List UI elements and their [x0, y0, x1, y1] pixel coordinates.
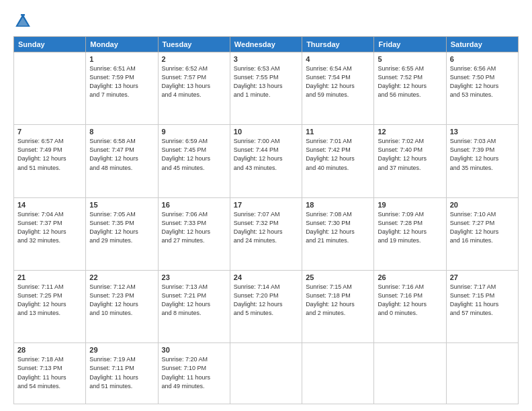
calendar-cell: 11Sunrise: 7:01 AMSunset: 7:42 PMDayligh… — [302, 125, 374, 197]
day-info: Sunrise: 7:13 AMSunset: 7:21 PMDaylight:… — [162, 283, 226, 318]
calendar-week-2: 7Sunrise: 6:57 AMSunset: 7:49 PMDaylight… — [14, 125, 519, 197]
day-number: 26 — [378, 273, 442, 281]
day-info: Sunrise: 6:55 AMSunset: 7:52 PMDaylight:… — [378, 64, 442, 99]
day-number: 27 — [450, 273, 515, 281]
day-info: Sunrise: 7:00 AMSunset: 7:44 PMDaylight:… — [234, 137, 298, 172]
calendar-cell: 20Sunrise: 7:10 AMSunset: 7:27 PMDayligh… — [446, 197, 518, 270]
day-number: 28 — [17, 346, 82, 354]
day-info: Sunrise: 6:53 AMSunset: 7:55 PMDaylight:… — [234, 64, 298, 99]
calendar-week-3: 14Sunrise: 7:04 AMSunset: 7:37 PMDayligh… — [14, 197, 519, 270]
day-info: Sunrise: 7:08 AMSunset: 7:30 PMDaylight:… — [306, 210, 370, 245]
calendar-cell: 21Sunrise: 7:11 AMSunset: 7:25 PMDayligh… — [14, 271, 86, 343]
calendar-cell: 1Sunrise: 6:51 AMSunset: 7:59 PMDaylight… — [86, 52, 158, 125]
header — [13, 12, 519, 31]
calendar-cell — [374, 343, 446, 404]
day-number: 20 — [450, 201, 515, 209]
day-header-wednesday: Wednesday — [230, 37, 302, 52]
day-number: 29 — [89, 346, 154, 354]
day-number: 30 — [162, 346, 226, 354]
svg-rect-2 — [21, 14, 25, 15]
calendar-cell: 16Sunrise: 7:06 AMSunset: 7:33 PMDayligh… — [158, 197, 230, 270]
day-number: 18 — [306, 201, 370, 209]
calendar-cell: 10Sunrise: 7:00 AMSunset: 7:44 PMDayligh… — [230, 125, 302, 197]
day-number: 12 — [378, 128, 442, 136]
day-number: 23 — [162, 273, 226, 281]
calendar-cell: 26Sunrise: 7:16 AMSunset: 7:16 PMDayligh… — [374, 271, 446, 343]
calendar-cell: 27Sunrise: 7:17 AMSunset: 7:15 PMDayligh… — [446, 271, 518, 343]
day-info: Sunrise: 7:11 AMSunset: 7:25 PMDaylight:… — [17, 283, 82, 318]
day-info: Sunrise: 7:07 AMSunset: 7:32 PMDaylight:… — [234, 210, 298, 245]
day-header-sunday: Sunday — [14, 37, 86, 52]
day-info: Sunrise: 7:01 AMSunset: 7:42 PMDaylight:… — [306, 137, 370, 172]
day-info: Sunrise: 7:18 AMSunset: 7:13 PMDaylight:… — [17, 355, 82, 390]
calendar-cell: 6Sunrise: 6:56 AMSunset: 7:50 PMDaylight… — [446, 52, 518, 125]
day-header-friday: Friday — [374, 37, 446, 52]
day-number: 1 — [89, 55, 154, 63]
day-number: 9 — [162, 128, 226, 136]
calendar-cell: 3Sunrise: 6:53 AMSunset: 7:55 PMDaylight… — [230, 52, 302, 125]
day-number: 8 — [89, 128, 154, 136]
day-info: Sunrise: 6:56 AMSunset: 7:50 PMDaylight:… — [450, 64, 515, 99]
day-number: 6 — [450, 55, 515, 63]
calendar-cell: 13Sunrise: 7:03 AMSunset: 7:39 PMDayligh… — [446, 125, 518, 197]
logo — [13, 12, 35, 31]
day-number: 25 — [306, 273, 370, 281]
calendar-cell: 24Sunrise: 7:14 AMSunset: 7:20 PMDayligh… — [230, 271, 302, 343]
day-number: 19 — [378, 201, 442, 209]
day-info: Sunrise: 7:19 AMSunset: 7:11 PMDaylight:… — [89, 355, 154, 390]
calendar-header-row: SundayMondayTuesdayWednesdayThursdayFrid… — [14, 37, 519, 52]
day-number: 5 — [378, 55, 442, 63]
day-number: 3 — [234, 55, 298, 63]
day-header-saturday: Saturday — [446, 37, 518, 52]
calendar-cell: 7Sunrise: 6:57 AMSunset: 7:49 PMDaylight… — [14, 125, 86, 197]
day-number: 2 — [162, 55, 226, 63]
calendar-cell — [446, 343, 518, 404]
calendar-cell: 12Sunrise: 7:02 AMSunset: 7:40 PMDayligh… — [374, 125, 446, 197]
calendar-week-4: 21Sunrise: 7:11 AMSunset: 7:25 PMDayligh… — [14, 271, 519, 343]
calendar-cell: 23Sunrise: 7:13 AMSunset: 7:21 PMDayligh… — [158, 271, 230, 343]
day-info: Sunrise: 7:02 AMSunset: 7:40 PMDaylight:… — [378, 137, 442, 172]
day-number: 17 — [234, 201, 298, 209]
calendar-cell: 30Sunrise: 7:20 AMSunset: 7:10 PMDayligh… — [158, 343, 230, 404]
day-info: Sunrise: 7:06 AMSunset: 7:33 PMDaylight:… — [162, 210, 226, 245]
calendar-cell: 5Sunrise: 6:55 AMSunset: 7:52 PMDaylight… — [374, 52, 446, 125]
day-info: Sunrise: 6:54 AMSunset: 7:54 PMDaylight:… — [306, 64, 370, 99]
calendar-cell: 25Sunrise: 7:15 AMSunset: 7:18 PMDayligh… — [302, 271, 374, 343]
day-info: Sunrise: 6:58 AMSunset: 7:47 PMDaylight:… — [89, 137, 154, 172]
day-number: 7 — [17, 128, 82, 136]
calendar-cell: 29Sunrise: 7:19 AMSunset: 7:11 PMDayligh… — [86, 343, 158, 404]
day-info: Sunrise: 7:14 AMSunset: 7:20 PMDaylight:… — [234, 283, 298, 318]
day-number: 11 — [306, 128, 370, 136]
day-number: 24 — [234, 273, 298, 281]
calendar-cell: 8Sunrise: 6:58 AMSunset: 7:47 PMDaylight… — [86, 125, 158, 197]
day-number: 13 — [450, 128, 515, 136]
calendar-cell: 2Sunrise: 6:52 AMSunset: 7:57 PMDaylight… — [158, 52, 230, 125]
day-info: Sunrise: 7:16 AMSunset: 7:16 PMDaylight:… — [378, 283, 442, 318]
day-number: 22 — [89, 273, 154, 281]
calendar-cell — [14, 52, 86, 125]
day-info: Sunrise: 7:17 AMSunset: 7:15 PMDaylight:… — [450, 283, 515, 318]
calendar-cell: 4Sunrise: 6:54 AMSunset: 7:54 PMDaylight… — [302, 52, 374, 125]
day-number: 4 — [306, 55, 370, 63]
calendar-cell: 9Sunrise: 6:59 AMSunset: 7:45 PMDaylight… — [158, 125, 230, 197]
day-info: Sunrise: 7:09 AMSunset: 7:28 PMDaylight:… — [378, 210, 442, 245]
calendar-cell: 18Sunrise: 7:08 AMSunset: 7:30 PMDayligh… — [302, 197, 374, 270]
day-header-thursday: Thursday — [302, 37, 374, 52]
day-info: Sunrise: 7:04 AMSunset: 7:37 PMDaylight:… — [17, 210, 82, 245]
day-info: Sunrise: 6:57 AMSunset: 7:49 PMDaylight:… — [17, 137, 82, 172]
day-info: Sunrise: 6:59 AMSunset: 7:45 PMDaylight:… — [162, 137, 226, 172]
calendar-cell: 22Sunrise: 7:12 AMSunset: 7:23 PMDayligh… — [86, 271, 158, 343]
calendar-table: SundayMondayTuesdayWednesdayThursdayFrid… — [13, 36, 519, 404]
calendar-week-5: 28Sunrise: 7:18 AMSunset: 7:13 PMDayligh… — [14, 343, 519, 404]
day-header-monday: Monday — [86, 37, 158, 52]
page: SundayMondayTuesdayWednesdayThursdayFrid… — [0, 0, 532, 411]
day-info: Sunrise: 7:05 AMSunset: 7:35 PMDaylight:… — [89, 210, 154, 245]
calendar-cell: 19Sunrise: 7:09 AMSunset: 7:28 PMDayligh… — [374, 197, 446, 270]
calendar-cell: 28Sunrise: 7:18 AMSunset: 7:13 PMDayligh… — [14, 343, 86, 404]
day-number: 10 — [234, 128, 298, 136]
day-number: 15 — [89, 201, 154, 209]
day-number: 14 — [17, 201, 82, 209]
calendar-cell — [230, 343, 302, 404]
calendar-cell: 15Sunrise: 7:05 AMSunset: 7:35 PMDayligh… — [86, 197, 158, 270]
day-number: 21 — [17, 273, 82, 281]
